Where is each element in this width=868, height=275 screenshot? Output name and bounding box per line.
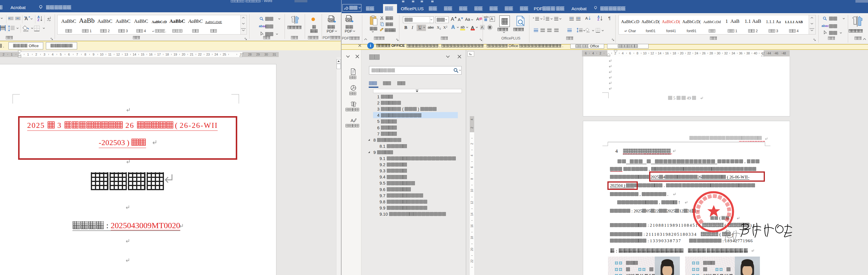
svg-text:PDF: PDF <box>346 18 351 21</box>
svg-text:A: A <box>350 118 353 123</box>
svg-text:PDF: PDF <box>329 19 334 21</box>
